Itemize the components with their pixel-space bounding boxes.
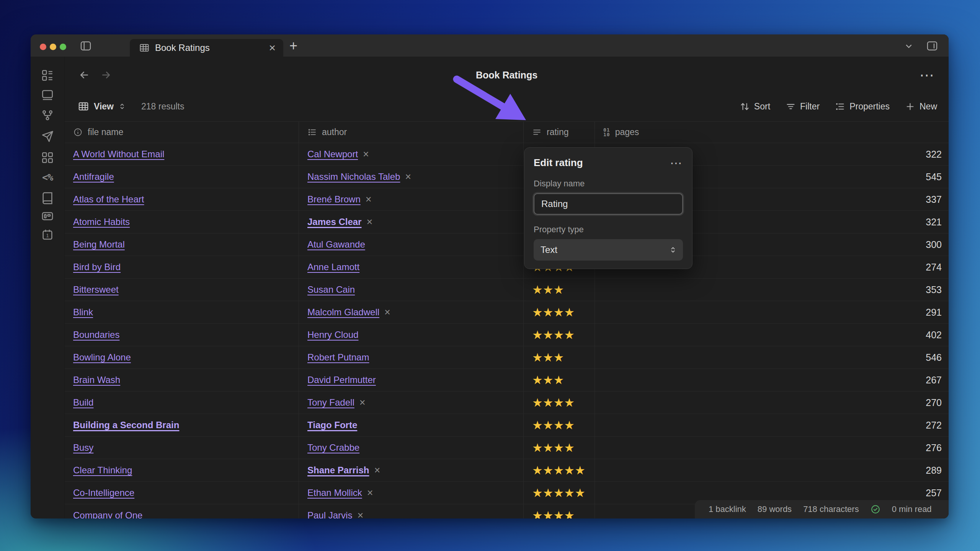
file-link[interactable]: Company of One [73,510,142,518]
pages-cell[interactable]: 272 [595,414,949,436]
popup-more-options-icon[interactable]: ⋯ [670,159,683,167]
remove-author-icon[interactable]: × [366,194,372,205]
author-link[interactable]: Anne Lamott [307,262,359,272]
remove-author-icon[interactable]: × [367,488,373,498]
author-cell[interactable]: Malcolm Gladwell× [299,301,524,323]
more-options-icon[interactable]: ⋯ [920,67,935,83]
rating-cell[interactable]: ★★★ [524,346,595,368]
backlink-count[interactable]: 1 backlink [709,504,746,514]
file-name-cell[interactable]: Clear Thinking [65,459,299,481]
column-header-rating[interactable]: rating [524,122,595,143]
view-chevrons-icon[interactable] [118,102,127,111]
file-name-cell[interactable]: Bird by Bird [65,256,299,278]
file-link[interactable]: Bittersweet [73,284,119,295]
file-link[interactable]: Building a Second Brain [73,420,179,430]
file-link[interactable]: A World Without Email [73,149,164,160]
file-name-cell[interactable]: Antifragile [65,166,299,188]
file-name-cell[interactable]: Busy [65,437,299,459]
book-icon[interactable] [41,191,54,205]
author-cell[interactable]: Anne Lamott [299,256,524,278]
file-name-cell[interactable]: Building a Second Brain [65,414,299,436]
file-link[interactable]: Co-Intelligence [73,487,134,498]
author-cell[interactable]: James Clear× [299,211,524,233]
author-link[interactable]: Paul Jarvis [307,510,352,518]
display-name-input[interactable]: Rating [534,193,683,215]
remove-author-icon[interactable]: × [405,172,411,182]
author-cell[interactable]: Ethan Mollick× [299,482,524,504]
new-item-button[interactable]: New [905,101,937,112]
author-cell[interactable]: Henry Cloud [299,324,524,346]
toggle-right-sidebar-icon[interactable] [926,39,939,52]
author-link[interactable]: Henry Cloud [307,329,358,340]
author-link[interactable]: Shane Parrish [307,465,369,476]
author-cell[interactable]: Paul Jarvis× [299,504,524,518]
author-link[interactable]: Tony Fadell [307,397,354,408]
remove-author-icon[interactable]: × [357,510,363,519]
author-cell[interactable]: Susan Cain [299,279,524,301]
file-link[interactable]: Antifragile [73,171,114,182]
author-cell[interactable]: David Perlmutter [299,369,524,391]
author-link[interactable]: Nassim Nicholas Taleb [307,171,400,182]
rating-cell[interactable]: ★★★★★ [524,482,595,504]
file-link[interactable]: Brain Wash [73,375,120,385]
file-link[interactable]: Bird by Bird [73,262,121,272]
rating-cell[interactable]: ★★★ [524,279,595,301]
file-link[interactable]: Build [73,397,93,408]
rating-cell[interactable]: ★★★★ [524,504,595,518]
rating-cell[interactable]: ★★★★ [524,324,595,346]
zoom-window-button[interactable] [60,44,66,50]
tab-book-ratings[interactable]: Book Ratings × [130,39,283,57]
file-name-cell[interactable]: Co-Intelligence [65,482,299,504]
author-cell[interactable]: Robert Putnam [299,346,524,368]
author-link[interactable]: Susan Cain [307,284,355,295]
properties-button[interactable]: Properties [835,101,890,112]
card-switch-icon[interactable] [41,209,54,223]
remove-author-icon[interactable]: × [366,217,372,227]
author-link[interactable]: Cal Newport [307,149,358,160]
file-link[interactable]: Clear Thinking [73,465,132,476]
minimize-window-button[interactable] [50,44,56,50]
author-link[interactable]: Tony Crabbe [307,442,359,453]
pages-cell[interactable]: 546 [595,346,949,368]
author-cell[interactable]: Tony Fadell× [299,391,524,414]
file-link[interactable]: Atlas of the Heart [73,194,144,205]
file-link[interactable]: Busy [73,442,93,453]
remove-author-icon[interactable]: × [384,307,390,318]
filter-button[interactable]: Filter [786,101,820,112]
author-cell[interactable]: Cal Newport× [299,143,524,165]
pages-cell[interactable]: 402 [595,324,949,346]
file-name-cell[interactable]: A World Without Email [65,143,299,165]
file-link[interactable]: Boundaries [73,329,119,340]
author-cell[interactable]: Shane Parrish× [299,459,524,481]
property-type-select[interactable]: Text [534,239,683,261]
toggle-left-sidebar-icon[interactable] [79,39,92,52]
author-cell[interactable]: Tony Crabbe [299,437,524,459]
template-icon[interactable]: <% [41,170,54,184]
pages-cell[interactable]: 267 [595,369,949,391]
rating-cell[interactable]: ★★★★ [524,414,595,436]
author-link[interactable]: Brené Brown [307,194,361,205]
file-name-cell[interactable]: Atomic Habits [65,211,299,233]
remove-author-icon[interactable]: × [374,465,380,476]
tab-list-chevron-icon[interactable] [903,40,915,52]
file-link[interactable]: Bowling Alone [73,352,131,363]
graph-view-icon[interactable] [41,109,54,122]
author-link[interactable]: David Perlmutter [307,375,376,385]
file-link[interactable]: Atomic Habits [73,217,130,227]
author-link[interactable]: Robert Putnam [307,352,369,363]
pages-cell[interactable]: 289 [595,459,949,481]
author-link[interactable]: Ethan Mollick [307,487,362,498]
file-name-cell[interactable]: Atlas of the Heart [65,188,299,210]
file-name-cell[interactable]: Build [65,391,299,414]
author-link[interactable]: Malcolm Gladwell [307,307,379,318]
pages-cell[interactable]: 270 [595,391,949,414]
close-tab-icon[interactable]: × [269,42,276,54]
rating-cell[interactable]: ★★★★ [524,391,595,414]
author-link[interactable]: James Clear [307,217,361,227]
file-name-cell[interactable]: Boundaries [65,324,299,346]
blocks-grid-icon[interactable] [41,151,54,165]
sync-check-icon[interactable] [871,504,880,514]
file-link[interactable]: Being Mortal [73,239,125,250]
author-link[interactable]: Tiago Forte [307,420,357,430]
rating-cell[interactable]: ★★★ [524,369,595,391]
